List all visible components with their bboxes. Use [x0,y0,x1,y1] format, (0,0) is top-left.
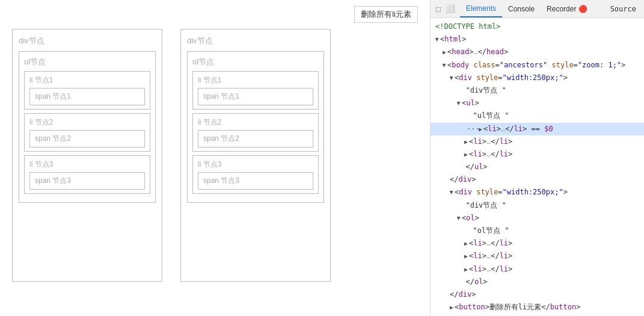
tab-elements[interactable]: Elements [460,0,502,17]
expand-icon: ▶ [454,217,464,220]
expand-icon: ▶ [447,76,456,80]
tree-ol-text: "ol节点 " [431,225,644,237]
tree-div1-text: "div节点 " [431,84,644,97]
devtools-tab-bar: ⬚ ⬜ Elements Console Recorder 🔴 Source [431,0,644,18]
tree-ol-close: </ol> [431,276,644,288]
tree-ol[interactable]: ▶<ol> [431,212,644,225]
tree-body[interactable]: ▶<body class="ancestors" style="zoom: 1;… [431,59,644,72]
expand-icon: ▶ [447,191,456,194]
expand-icon: ▶ [443,48,446,57]
inspect-icon[interactable]: ⬚ [434,4,443,14]
demo-content: div节点 ul节点 li 节点1 span 节点1 li 节点2 span 节… [6,29,337,282]
devtools-icons: ⬚ ⬜ [434,4,455,14]
tree-body-close: </body> [431,314,644,316]
demo-div2-box: div节点 ol节点 li 节点1 span 节点1 li 节点2 span 节… [180,29,331,282]
tree-head[interactable]: ▶<head>…</head> [431,46,644,58]
expand-icon: ▶ [464,137,468,147]
demo-li-1: li 节点1 span 节点1 [24,71,150,110]
tree-ol-li1[interactable]: ▶<li>…</li> [431,237,644,250]
tree-ul[interactable]: ▶<ul> [431,97,644,110]
tree-div1[interactable]: ▶<div style="width:250px;"> [431,72,644,84]
demo-li1-label: li 节点1 [29,75,145,85]
expand-icon: ▶ [464,150,468,160]
demo-li-3: li 节点3 span 节点3 [24,155,150,194]
devtools-tree: <!DOCTYPE html> ▶<html> ▶<head>…</head> … [431,18,644,316]
devtools-panel: ⬚ ⬜ Elements Console Recorder 🔴 Source <… [430,0,644,316]
tree-li1-selected[interactable]: ···▶<li>…</li> == $0 [431,123,644,135]
tab-console[interactable]: Console [502,0,541,17]
demo-li2-label: li 节点2 [29,117,145,128]
demo-ol-span1: span 节点1 [198,88,313,105]
expand-icon: ▶ [464,252,468,261]
demo-ol-li-3: li 节点3 span 节点3 [192,155,319,194]
tree-html-open[interactable]: ▶<html> [431,33,644,46]
demo-ol-label: ol节点 [192,57,319,67]
demo-ol-li2-label: li 节点2 [198,117,313,128]
dots-icon[interactable]: ··· [464,123,476,135]
delete-btn-container: 删除所有li元素 [6,6,424,23]
tab-source[interactable]: Source [606,2,641,16]
demo-span1: span 节点1 [29,88,145,105]
demo-li-2: li 节点2 span 节点2 [24,113,150,152]
demo-ol-li1-label: li 节点1 [198,75,313,85]
demo-div1-box: div节点 ul节点 li 节点1 span 节点1 li 节点2 span 节… [12,29,162,282]
tree-li3[interactable]: ▶<li>…</li> [431,148,644,161]
tree-div2[interactable]: ▶<div style="width:250px;"> [431,186,644,199]
tree-ol-li3[interactable]: ▶<li>…</li> [431,263,644,276]
expand-icon: ▶ [464,265,468,274]
demo-area: 删除所有li元素 div节点 ul节点 li 节点1 span 节点1 li 节… [0,0,430,316]
doctype-text: <!DOCTYPE html> [435,22,500,31]
demo-ol-container: ol节点 li 节点1 span 节点1 li 节点2 span 节点2 li … [187,51,324,203]
tree-div2-close: </div> [431,288,644,301]
demo-ul-label: ul节点 [24,57,150,67]
expand-icon: ▶ [479,125,482,134]
expand-icon: ▶ [450,303,453,312]
tree-div2-text: "div节点 " [431,199,644,212]
tree-ul-close: </ul> [431,161,644,173]
expand-icon: ▶ [440,64,449,67]
demo-ol-span3: span 节点3 [198,172,313,190]
demo-span2: span 节点2 [29,130,145,147]
tree-div1-close: </div> [431,173,644,186]
device-icon[interactable]: ⬜ [446,4,455,14]
tree-doctype[interactable]: <!DOCTYPE html> [431,20,644,33]
demo-ol-li-1: li 节点1 span 节点1 [192,71,319,110]
demo-span3: span 节点3 [29,172,145,190]
demo-ul-container: ul节点 li 节点1 span 节点1 li 节点2 span 节点2 li … [19,51,156,203]
tree-li2[interactable]: ▶<li>…</li> [431,135,644,148]
tab-recorder[interactable]: Recorder 🔴 [541,0,593,17]
tree-ul-text: "ul节点 " [431,110,644,122]
expand-icon: ▶ [432,38,442,42]
tree-button[interactable]: ▶<button>删除所有li元素</button> [431,301,644,314]
demo-div2-label: div节点 [187,36,324,46]
tree-ol-li2[interactable]: ▶<li>…</li> [431,250,644,262]
expand-icon: ▶ [464,239,468,249]
demo-ol-li-2: li 节点2 span 节点2 [192,113,319,152]
demo-ol-span2: span 节点2 [198,130,313,147]
demo-div1-label: div节点 [19,36,156,46]
delete-all-li-button[interactable]: 删除所有li元素 [354,6,418,23]
expand-icon: ▶ [454,102,464,105]
demo-ol-li3-label: li 节点3 [198,160,313,170]
demo-li3-label: li 节点3 [29,160,145,170]
